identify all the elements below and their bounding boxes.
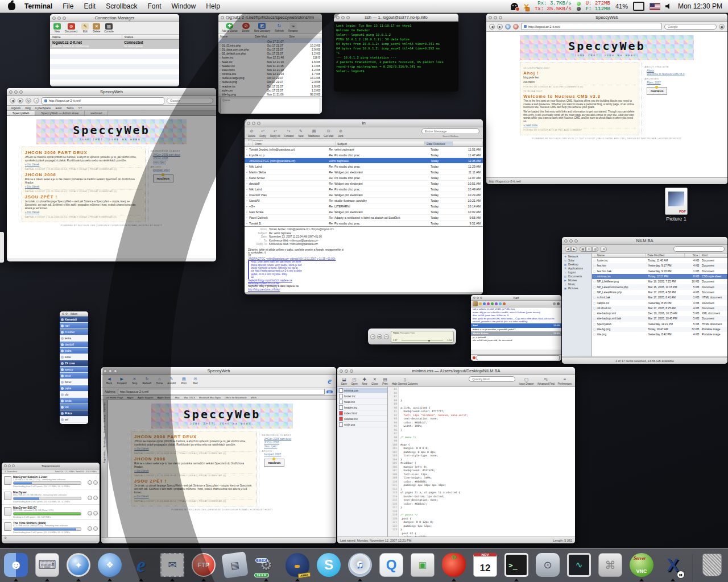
window-buddy-list[interactable]: Adium Kamarádi narf m.kubec lenka davido… xyxy=(60,311,88,424)
post-title[interactable]: JSOU ZPĚT ! xyxy=(25,194,142,199)
view-switcher[interactable]: ▦≡▥ xyxy=(580,247,598,252)
file-row[interactable]: ▢ header.inc Nov 11 21:15 1.1 KB xyxy=(218,64,322,68)
read-more-link[interactable]: » číst článek xyxy=(25,211,142,214)
sidebar-item[interactable]: ▶ Movies xyxy=(562,278,592,282)
file-row[interactable]: ▢ nadpis.inc Yesterday, 8:15 PM 4 KB Doc… xyxy=(592,300,727,305)
file-row[interactable]: ▢ minima.css Today, 12:21 PM 8 KB CSS st… xyxy=(592,274,727,279)
add-bookmark-button[interactable]: + xyxy=(34,98,39,103)
titlebar[interactable]: Connection Manager xyxy=(50,14,179,22)
dock-icon-finder[interactable]: ☻ xyxy=(3,549,29,581)
file-row[interactable]: ▢ title.png Yesterday, 8:42 PM 4 KB Port… xyxy=(592,332,727,337)
file-row[interactable]: ▢ minima.css Nov 12 21:19 1.7 KB xyxy=(218,72,322,76)
favorite-item[interactable]: Office for Macintosh xyxy=(225,396,247,399)
desktop-icon-picture-1[interactable]: PDF Picture 1 xyxy=(657,188,695,222)
file-row[interactable]: ▢ index.html Nov 12 21:18 1.2 KB xyxy=(218,68,322,72)
toolbar-button[interactable]: ✕ Stop xyxy=(131,376,138,385)
file-row[interactable]: ▢ NP_LatestPosts.php Mar 17, 2005, 4:58 … xyxy=(592,290,727,295)
file-row[interactable]: ▢ m.html.bak Mar 17, 2005, 8:41 AM 1 KB … xyxy=(592,295,727,300)
reload-button[interactable]: ↻ xyxy=(26,98,31,103)
explorer-bar-tab[interactable]: Search xyxy=(103,426,106,433)
dock-icon-skype[interactable]: S xyxy=(316,549,342,581)
window-terminal[interactable]: ssh — 1. logout@sol77.no-ip.info Last lo… xyxy=(334,14,458,92)
memory-meter[interactable]: U: 272MB F: 112MB xyxy=(586,1,610,12)
contact-row[interactable]: tonda xyxy=(60,398,88,404)
file-row[interactable]: ▢ 01_data.com.css.php Oct 17 21:07 2.9 K… xyxy=(218,47,322,51)
toolbar-button[interactable]: ◩ New Directory xyxy=(254,23,270,32)
window-connection-manager[interactable]: Connection Manager ✚ New ⊘ Disconnect ✎ … xyxy=(50,14,179,86)
file-row[interactable]: ▢ site-backup.xml Dec 10, 2006, 10:15 AM… xyxy=(592,311,727,316)
favorite-item[interactable]: Microsoft MacTopia xyxy=(199,396,221,399)
dock-icon-strawberry-app[interactable]: ✿ xyxy=(441,549,467,581)
contact-row[interactable]: sef xyxy=(60,417,88,423)
contact-row[interactable]: jindra xyxy=(60,348,88,354)
x-pause-status-icon[interactable]: ✕ xyxy=(523,3,530,10)
chat-message[interactable]: Martin Kubec 11:29 xyxy=(471,331,561,336)
window-controls[interactable] xyxy=(9,90,23,94)
file-row[interactable]: ▢ style.css Oct 17 21:07 1.2 KB xyxy=(218,88,322,92)
chat-tool-icon[interactable] xyxy=(503,302,506,305)
transfer-row[interactable]: The Time Shifters (1999) 623.4 MB of 669… xyxy=(2,520,100,535)
dock-icon-terminal[interactable]: >_ xyxy=(503,549,530,581)
window-finder[interactable]: NILM BA ◀▶ ▦≡▥ ⚙ ❖ Network ⊙ Solar ▦ Des… xyxy=(562,237,727,364)
chat-tool-icon[interactable] xyxy=(495,302,498,305)
favorite-item[interactable]: .Mac xyxy=(174,396,180,399)
open-file-item[interactable]: head.inc xyxy=(337,399,387,405)
sidebar-link[interactable]: JHCon 2006 part deux xyxy=(264,438,311,440)
open-file-item[interactable]: header.inc xyxy=(337,405,387,410)
window-controls[interactable] xyxy=(62,313,68,315)
post-title[interactable]: Ahoj ! xyxy=(523,70,636,76)
bookmark-item[interactable]: Twins xyxy=(67,106,74,110)
window-controls[interactable] xyxy=(340,369,353,373)
sidebar-link[interactable]: About xyxy=(647,69,691,72)
file-row[interactable]: ▢ SpeccyWeb Yesterday, 11:21 PM 5 KB HTM… xyxy=(592,322,727,327)
chat-message[interactable]: Narf 11:28 xyxy=(471,323,561,328)
message-row[interactable]: • Karel Srnec Re: Po studiu chci prac To… xyxy=(245,175,483,181)
menu-item[interactable]: File xyxy=(63,2,73,10)
contact-row[interactable]: borec xyxy=(60,379,88,385)
toolbar-button[interactable]: ✎ Edit xyxy=(81,23,89,33)
address-bar[interactable]: http://logout.cz-2-it.net/ xyxy=(521,23,662,30)
dock-icon-adium[interactable]: AWAY xyxy=(284,549,311,581)
dock-icon-eyetv[interactable]: ▣ xyxy=(410,549,436,581)
toolbar-button[interactable]: ▤ Mailboxes xyxy=(308,128,320,138)
col-date-modified[interactable]: Date Modified xyxy=(646,253,685,257)
window-controls[interactable] xyxy=(221,16,234,19)
nucleus-badge[interactable]: nucleus xyxy=(647,87,667,95)
message-row[interactable]: • davidoff Re: Widget pro sledování Toda… xyxy=(245,181,483,186)
open-file-item[interactable]: minima.css xyxy=(337,388,387,393)
file-row[interactable]: ▢ title-bg.png Today, 10:47 AM 32 KB Por… xyxy=(592,327,727,332)
dock-icon-safari[interactable]: ✦ xyxy=(65,549,92,581)
column-header[interactable]: Date Mod xyxy=(253,34,288,39)
sidebar-item[interactable]: A Applications xyxy=(562,267,592,271)
window-adium-chat[interactable]: Narf tak v sobotu mi dáš vědět, jo? dík … xyxy=(471,295,561,361)
window-transmission[interactable]: Transmission 4 TransfersTotal DL: 2.1 KB… xyxy=(2,463,100,543)
chat-tool-icon[interactable] xyxy=(487,302,490,305)
read-more-link[interactable]: » číst článek xyxy=(25,185,142,188)
window-controls[interactable] xyxy=(564,239,578,243)
chat-tool-icon[interactable] xyxy=(491,302,494,305)
sidebar-item[interactable]: ⌂ logout xyxy=(562,271,592,275)
connection-row[interactable]: logout.cz-2-it.netFavorite: Default at /… xyxy=(50,40,179,49)
displays-menu-icon[interactable] xyxy=(633,2,644,11)
post-title[interactable]: Welcome to Nucleus CMS v3.3 xyxy=(523,94,636,99)
chat-tool-icon[interactable] xyxy=(479,302,482,305)
buddy-avatar[interactable] xyxy=(473,301,478,306)
chat-tool-icon[interactable] xyxy=(483,302,486,305)
away-status-icon[interactable] xyxy=(473,356,475,359)
message-row[interactable]: • Inventor Vlas Re: Widget pro sledování… xyxy=(245,192,483,198)
window-controls[interactable] xyxy=(473,297,482,299)
browser-tab[interactable]: SpeccyWeb — Admin Area xyxy=(35,111,85,115)
message-row[interactable]: • JINDRA/ZTGC (nilm@pandora.cz) velmi za… xyxy=(245,158,483,164)
chat-message[interactable]: mam: děj po co schválit v neděli; zase k… xyxy=(471,311,561,314)
window-controls[interactable] xyxy=(489,16,502,19)
col-kind[interactable]: Kind xyxy=(700,253,727,257)
nucleus-badge[interactable]: nucleus xyxy=(153,174,173,182)
window-controls[interactable] xyxy=(4,464,15,467)
col-name[interactable]: Name xyxy=(592,253,646,257)
terminal-output[interactable]: Last login: Tue Nov 13 11:10:17 on ttyp1… xyxy=(334,22,458,92)
toolbar-button[interactable]: ⌂ Home xyxy=(156,376,163,385)
pause-button[interactable]: ▮▮ xyxy=(377,334,382,339)
message-input-field[interactable] xyxy=(477,355,560,360)
file-row[interactable]: ▢ few.htm Yesterday, 9:17 PM 4 KB Docume… xyxy=(592,263,727,268)
col-status[interactable]: Status xyxy=(122,35,179,39)
